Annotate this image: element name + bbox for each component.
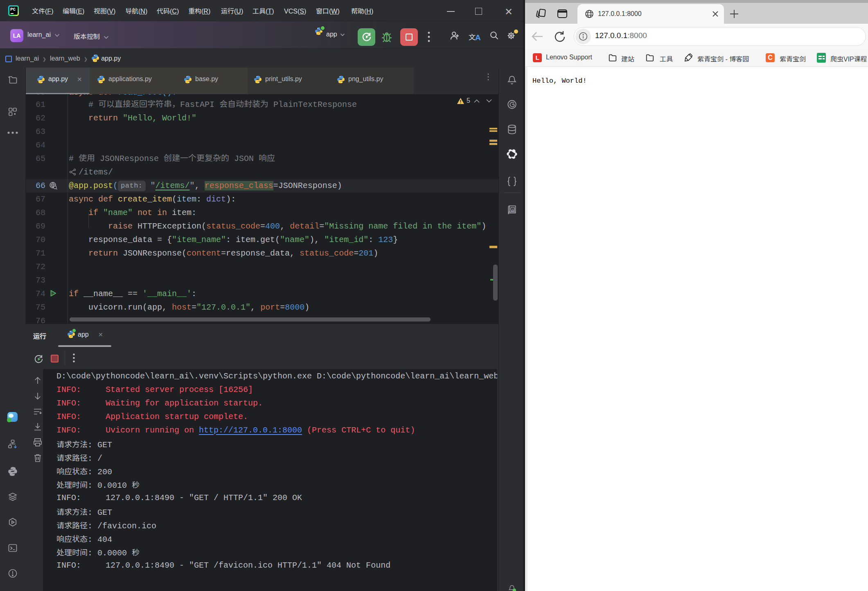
svg-text:A: A <box>512 208 514 211</box>
